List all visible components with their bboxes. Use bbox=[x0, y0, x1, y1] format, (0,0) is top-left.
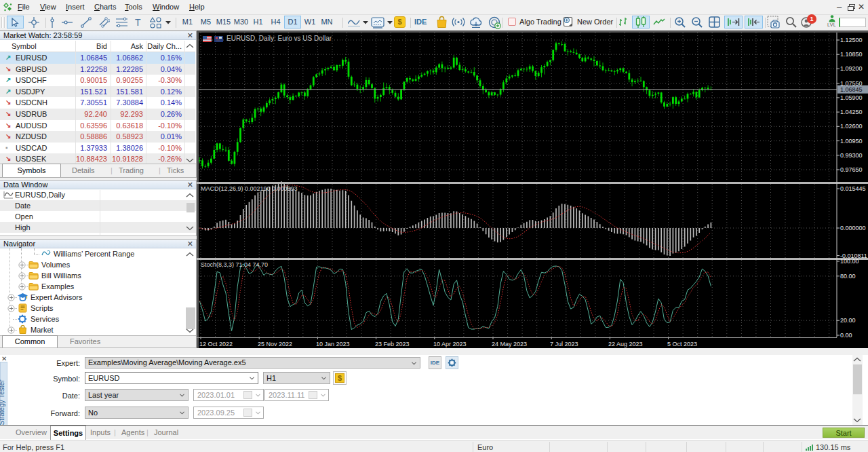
svg-text:10 Jan 2023: 10 Jan 2023 bbox=[316, 341, 350, 347]
svg-text:EURUSD, Daily: Euro vs US Dol: EURUSD, Daily: Euro vs US Dollar bbox=[226, 35, 332, 42]
svg-text:1.04250: 1.04250 bbox=[840, 109, 863, 115]
svg-text:Strategy Tester: Strategy Tester bbox=[0, 379, 5, 426]
svg-text:20.00: 20.00 bbox=[840, 317, 856, 324]
svg-text:80.00: 80.00 bbox=[840, 273, 856, 280]
svg-text:1.10850: 1.10850 bbox=[840, 51, 863, 58]
svg-text:1.06845: 1.06845 bbox=[840, 86, 863, 93]
svg-text:100.00: 100.00 bbox=[840, 258, 859, 265]
svg-text:12 Oct 2022: 12 Oct 2022 bbox=[199, 341, 233, 347]
svg-text:0.000000: 0.000000 bbox=[840, 225, 866, 231]
svg-text:MACD(12,26,9) 0.002190 0.00059: MACD(12,26,9) 0.002190 0.000593 bbox=[201, 185, 298, 192]
svg-text:10 Apr 2023: 10 Apr 2023 bbox=[433, 341, 467, 347]
svg-text:Stoch(8,3,3) 71.04 74.70: Stoch(8,3,3) 71.04 74.70 bbox=[201, 261, 268, 268]
svg-text:7 Jul 2023: 7 Jul 2023 bbox=[550, 341, 578, 347]
svg-text:1.05900: 1.05900 bbox=[840, 94, 863, 101]
svg-text:1.12500: 1.12500 bbox=[840, 37, 863, 43]
svg-text:24 May 2023: 24 May 2023 bbox=[492, 341, 527, 347]
svg-text:23 Feb 2023: 23 Feb 2023 bbox=[375, 341, 410, 347]
svg-text:1.00950: 1.00950 bbox=[840, 138, 863, 145]
svg-text:0.015445: 0.015445 bbox=[840, 185, 866, 192]
svg-text:5 Oct 2023: 5 Oct 2023 bbox=[667, 341, 697, 347]
svg-text:0.99300: 0.99300 bbox=[840, 152, 863, 159]
svg-text:1.09200: 1.09200 bbox=[840, 65, 863, 72]
svg-text:1.02600: 1.02600 bbox=[840, 123, 863, 130]
svg-text:0.97650: 0.97650 bbox=[840, 166, 863, 173]
svg-text:22 Aug 2023: 22 Aug 2023 bbox=[608, 341, 643, 347]
svg-text:25 Nov 2022: 25 Nov 2022 bbox=[258, 341, 292, 347]
svg-text:0.00: 0.00 bbox=[840, 332, 852, 339]
